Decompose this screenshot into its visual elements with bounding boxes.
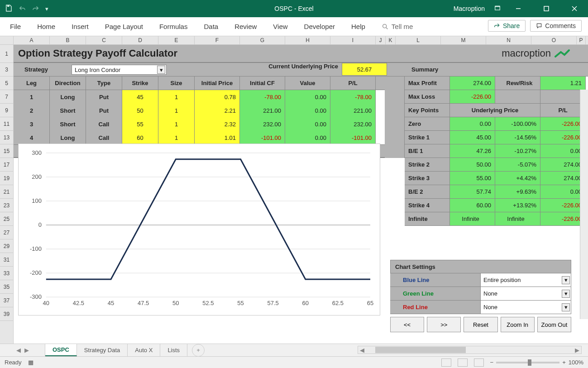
macro-recorder-icon[interactable]: ▦ [28,359,33,366]
zoom-out-icon[interactable]: − [490,359,494,366]
hdr-type: Type [86,76,122,90]
cup-value[interactable]: 52.67 [342,63,387,76]
col-C[interactable]: C [86,36,122,44]
normal-view-icon[interactable] [441,358,451,367]
kp-pl: 274.00 [540,158,586,171]
kp-pl: 0.00 [540,185,586,198]
col-O[interactable]: O [531,36,577,44]
tab-review[interactable]: Review [234,23,257,30]
payoff-chart: -300-200-10001002003004042.54547.55052.5… [18,143,380,315]
tab-insert[interactable]: Insert [72,23,89,30]
next-sheet-icon[interactable]: ▶ [24,347,29,354]
tab-ospc[interactable]: OSPC [45,344,77,356]
col-B[interactable]: B [50,36,86,44]
kp-underlying: Infinite [450,212,495,225]
svg-text:-200: -200 [30,269,42,276]
column-headers: A B C D E F G H I J K L M N O P [0,36,588,45]
qat-dropdown-icon[interactable]: ▾ [45,5,48,12]
col-N[interactable]: N [486,36,531,44]
zoom-out-button[interactable]: Zoom Out [537,317,571,332]
tab-file[interactable]: File [10,23,21,30]
col-E[interactable]: E [158,36,195,44]
scroll-right-button[interactable]: >> [427,317,461,332]
col-M[interactable]: M [441,36,486,44]
kp-label: Strike 1 [405,131,450,144]
zoom-in-icon[interactable]: + [562,359,566,366]
kp-pl: -226.00 [540,212,586,225]
horizontal-scrollbar[interactable]: ◀ ▶ [358,346,582,354]
tab-strategy-data[interactable]: Strategy Data [77,344,128,356]
page-break-view-icon[interactable] [474,358,484,367]
kp-underlying: 60.00 [450,199,495,212]
tab-data[interactable]: Data [204,23,218,30]
page-title-row: Option Strategy Payoff Calculator macrop… [14,45,588,63]
col-F[interactable]: F [195,36,240,44]
ribbon-display-icon[interactable] [494,5,501,13]
svg-point-6 [382,24,386,28]
vertical-scrollbar[interactable] [580,90,588,319]
col-L[interactable]: L [396,36,441,44]
scroll-left-button[interactable]: << [390,317,424,332]
redo-icon[interactable] [32,4,40,14]
col-D[interactable]: D [122,36,158,44]
blue-line-select[interactable]: Entire position▾ [481,273,571,287]
comments-button[interactable]: Comments [530,20,582,32]
page-layout-view-icon[interactable] [458,358,468,367]
zoom-in-button[interactable]: Zoom In [501,317,535,332]
col-K[interactable]: K [386,36,396,44]
ribbon: File Home Insert Page Layout Formulas Da… [0,17,588,36]
worksheet[interactable]: Option Strategy Payoff Calculator macrop… [14,45,588,344]
save-icon[interactable] [5,4,13,14]
status-ready: Ready [5,359,22,366]
tab-pagelayout[interactable]: Page Layout [105,23,143,30]
tellme[interactable]: Tell me [382,23,413,30]
hdr-pl: P/L [330,76,376,90]
statusbar: Ready ▦ − + 100% [0,356,588,368]
col-G[interactable]: G [240,36,285,44]
svg-text:40: 40 [43,300,49,306]
zoom-slider[interactable] [496,362,559,363]
minimize-icon[interactable] [507,0,529,17]
col-P[interactable]: P [577,36,586,44]
col-H[interactable]: H [285,36,330,44]
maximize-icon[interactable] [535,0,557,17]
col-A[interactable]: A [14,36,50,44]
window-title: OSPC - Excel [274,5,313,12]
tab-developer[interactable]: Developer [304,23,335,30]
row-numbers: 1 3 5 7 9 11 13 15 17 19 21 23 25 27 29 … [0,45,14,344]
share-button[interactable]: Share [488,20,526,32]
tab-lists[interactable]: Lists [160,344,187,356]
zoom-level[interactable]: 100% [569,359,583,366]
close-icon[interactable] [564,0,585,17]
kp-underlying: 50.00 [450,158,495,171]
kp-pct: Infinite [495,212,540,225]
kp-underlying: 57.74 [450,185,495,198]
kp-pct: -14.56% [495,131,540,144]
hdr-size: Size [158,76,195,90]
prev-sheet-icon[interactable]: ◀ [16,347,21,354]
green-line-select[interactable]: None▾ [481,287,571,300]
tab-home[interactable]: Home [37,23,55,30]
kp-pct: -5.07% [495,158,540,171]
svg-rect-3 [544,6,549,11]
kp-pl: -226.00 [540,117,586,130]
tab-view[interactable]: View [273,23,287,30]
reset-button[interactable]: Reset [464,317,497,332]
svg-text:57.5: 57.5 [268,300,279,306]
hdr-value: Value [285,76,330,90]
strategy-dropdown[interactable]: Long Iron Condor ▾ [72,65,167,75]
brand-logo: macroption [502,48,570,59]
tab-formulas[interactable]: Formulas [159,23,188,30]
col-J[interactable]: J [376,36,386,44]
undo-icon[interactable] [18,4,26,14]
titlebar: ▾ OSPC - Excel Macroption [0,0,588,17]
kp-label: Strike 4 [405,199,450,212]
col-I[interactable]: I [330,36,376,44]
page-title: Option Strategy Payoff Calculator [18,48,177,59]
svg-text:200: 200 [32,173,42,180]
tab-auto-x[interactable]: Auto X [128,344,160,356]
kp-label: B/E 2 [405,185,450,198]
new-sheet-button[interactable]: + [192,344,205,357]
red-line-select[interactable]: None▾ [481,301,571,314]
tab-help[interactable]: Help [351,23,365,30]
